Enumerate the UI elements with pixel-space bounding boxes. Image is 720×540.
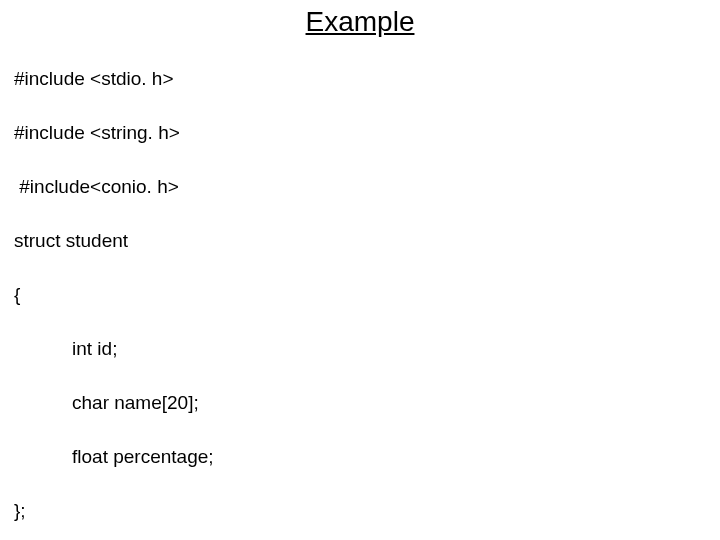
code-text: float percentage; — [14, 443, 214, 470]
code-line: char name[20]; — [14, 389, 306, 416]
code-line: float percentage; — [14, 443, 306, 470]
code-line: #include <stdio. h> — [14, 65, 306, 92]
code-line: int id; — [14, 335, 306, 362]
code-text: int id; — [14, 335, 117, 362]
code-line: #include<conio. h> — [14, 173, 306, 200]
code-line: #include <string. h> — [14, 119, 306, 146]
code-block: #include <stdio. h> #include <string. h>… — [14, 38, 306, 540]
code-line: { — [14, 281, 306, 308]
code-line: }; — [14, 497, 306, 524]
slide-title: Example — [0, 6, 720, 38]
code-line: struct student — [14, 227, 306, 254]
code-text: char name[20]; — [14, 389, 199, 416]
slide-page: Example #include <stdio. h> #include <st… — [0, 0, 720, 540]
